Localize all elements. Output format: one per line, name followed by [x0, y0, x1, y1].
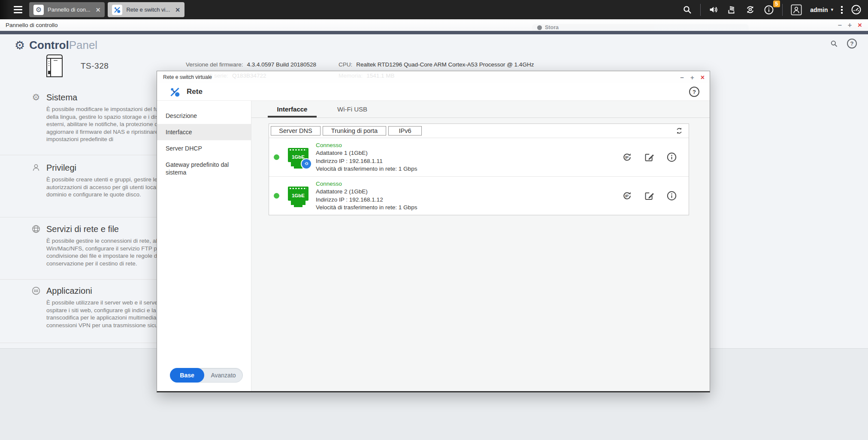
tab-network-switch[interactable]: Rete e switch vi... ✕ [108, 2, 184, 17]
main-menu-icon[interactable] [14, 6, 22, 13]
dashboard-icon[interactable] [850, 4, 862, 15]
panel-toolbar: Server DNS Trunking di porta IPv6 [269, 124, 689, 138]
divider [0, 155, 157, 155]
edit-icon[interactable] [644, 190, 655, 202]
ipv6-button[interactable]: IPv6 [388, 126, 422, 136]
adapter-name: Adattatore 2 (1GbE) [316, 188, 417, 196]
nav-item-interfacce[interactable]: Interfacce [157, 124, 251, 140]
topbar-right-icons: 5 admin ▾ [682, 4, 868, 16]
speed-value: 1 Gbps [399, 166, 417, 172]
more-options-icon[interactable] [841, 6, 843, 14]
avatar[interactable] [790, 4, 802, 16]
section-title: Sistema [46, 93, 77, 102]
ip-label: Indirizzo IP : [316, 196, 348, 203]
background-tasks-icon[interactable] [727, 5, 737, 15]
adapter-name: Adattatore 1 (1GbE) [316, 149, 417, 157]
mode-toggle: Base Avanzato [170, 368, 243, 383]
brand-bold: Control [29, 39, 69, 51]
desktop: ⚙ Pannello di con... ✕ Rete e switch vi.… [0, 0, 868, 440]
nav-item-server-dhcp[interactable]: Server DHCP [157, 140, 251, 157]
notification-badge: 5 [773, 0, 780, 7]
dialog-titlebar: Rete e switch virtuale − + × [157, 71, 710, 83]
dialog-header: Rete ? [157, 83, 710, 101]
nic-icon: 1GbE [287, 145, 309, 170]
help-icon[interactable]: ? [689, 87, 699, 97]
section-privilegi[interactable]: Privilegi È possibile creare utenti e gr… [31, 163, 177, 199]
section-servizi-rete-file[interactable]: Servizi di rete e file È possibile gesti… [31, 224, 177, 267]
svg-text:1GbE: 1GbE [292, 193, 305, 198]
tab-wifi-usb[interactable]: Wi-Fi USB [328, 101, 377, 118]
close-icon[interactable]: ✕ [175, 6, 180, 13]
adapter-ip-line: Indirizzo IP : 192.168.1.11 [316, 157, 417, 166]
globe-icon [31, 224, 41, 234]
close-button[interactable]: × [858, 22, 862, 29]
renew-ip-icon[interactable]: IP [621, 190, 633, 202]
ip-value: 192.168.1.11 [349, 158, 383, 164]
top-bar: ⚙ Pannello di con... ✕ Rete e switch vi.… [0, 0, 868, 19]
adapter-speed-line: Velocità di trasferimento in rete: 1 Gbp… [316, 165, 417, 173]
edit-icon[interactable] [644, 151, 655, 163]
content-tabs: Interfacce Wi-Fi USB [251, 101, 710, 118]
tab-control-panel[interactable]: ⚙ Pannello di con... ✕ [29, 2, 105, 17]
divider [0, 217, 157, 217]
info-icon[interactable] [666, 151, 677, 163]
nas-device-image [45, 54, 64, 78]
control-panel-brand: ⚙ ControlPanel [15, 39, 97, 52]
svg-text:1GbE: 1GbE [292, 154, 305, 160]
window-edge-band [0, 31, 868, 34]
minimize-button[interactable]: − [838, 22, 841, 29]
interfaces-panel: Server DNS Trunking di porta IPv6 [269, 124, 689, 215]
help-icon[interactable]: ? [847, 39, 857, 48]
firmware-label: Versione del firmware: [186, 61, 243, 68]
storage-app-icon [537, 25, 542, 30]
sync-icon[interactable] [745, 4, 756, 15]
mode-base[interactable]: Base [170, 368, 204, 383]
maximize-button[interactable]: + [848, 22, 852, 29]
search-icon[interactable] [682, 5, 693, 15]
section-applicazioni[interactable]: Applicazioni È possibile utilizzare il s… [31, 286, 177, 329]
apps-icon [31, 286, 41, 296]
server-dns-button[interactable]: Server DNS [271, 126, 321, 136]
gear-icon: ⚙ [31, 92, 41, 102]
nav-item-descrizione[interactable]: Descrizione [157, 108, 251, 124]
window-title: Pannello di controllo [6, 22, 58, 28]
tab-label: Rete e switch vi... [126, 6, 170, 13]
menu-shade [0, 0, 11, 19]
network-dialog: Rete e switch virtuale − + × Rete ? D [157, 71, 710, 392]
divider [782, 4, 783, 16]
renew-ip-icon[interactable]: IP [621, 151, 633, 163]
close-button[interactable]: × [701, 74, 705, 81]
maximize-button[interactable]: + [690, 74, 694, 81]
speed-value: 1 Gbps [399, 204, 417, 211]
divider [700, 4, 701, 16]
adapter-status: Connesso [316, 180, 417, 188]
adapter-status: Connesso [316, 142, 417, 150]
firmware-value: 4.3.4.0597 Build 20180528 [247, 61, 316, 68]
nav-item-gateway[interactable]: Gateway predefinito dal sistema [157, 157, 251, 181]
info-icon[interactable] [666, 190, 677, 202]
network-icon [112, 5, 122, 15]
speed-label: Velocità di trasferimento in rete: [316, 166, 397, 172]
nas-model: TS-328 [81, 61, 109, 71]
port-trunking-button[interactable]: Trunking di porta [323, 126, 386, 136]
close-icon[interactable]: ✕ [96, 6, 101, 13]
gear-icon: ⚙ [15, 39, 25, 51]
cpu-label: CPU: [339, 61, 352, 68]
section-sistema[interactable]: ⚙ Sistema È possibile modificare le impo… [31, 92, 177, 143]
admin-menu[interactable]: admin ▾ [810, 6, 833, 13]
dialog-nav: Descrizione Interfacce Server DHCP Gatew… [157, 101, 251, 391]
search-icon[interactable] [830, 39, 838, 48]
minimize-button[interactable]: − [680, 74, 684, 81]
status-dot [274, 193, 279, 199]
refresh-icon[interactable] [675, 127, 684, 135]
section-title: Servizi di rete e file [46, 224, 119, 234]
volume-icon[interactable] [708, 4, 719, 15]
divider [0, 343, 157, 343]
tab-interfacce[interactable]: Interfacce [268, 101, 317, 118]
admin-label: admin [810, 6, 828, 13]
mode-avanzato[interactable]: Avanzato [204, 372, 242, 379]
chevron-down-icon: ▾ [831, 7, 833, 12]
adapter-row: 1GbE Connesso Adattatore 2 (1GbE) Indiri… [269, 176, 689, 215]
speed-label: Velocità di trasferimento in rete: [316, 204, 397, 211]
notifications-icon[interactable]: 5 [763, 4, 774, 15]
